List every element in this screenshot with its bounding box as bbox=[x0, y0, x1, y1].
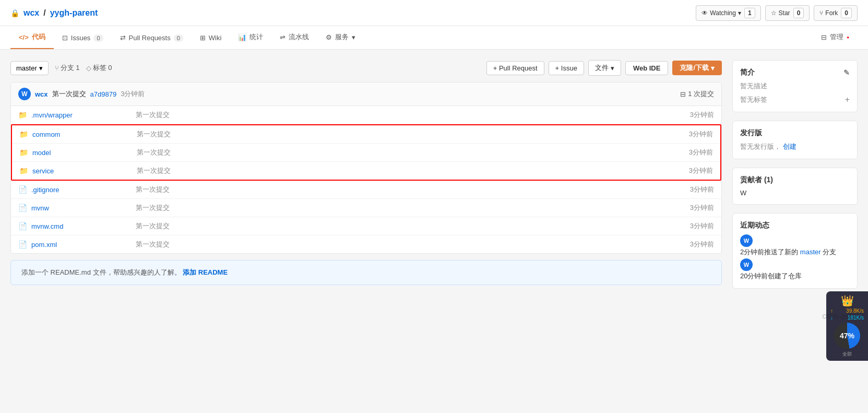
file-name[interactable]: mvnw.cmd bbox=[31, 222, 125, 230]
file-name[interactable]: model bbox=[32, 149, 126, 157]
tab-stats[interactable]: 📊 统计 bbox=[230, 26, 271, 49]
watch-button[interactable]: 👁 Watching ▾ 1 bbox=[696, 5, 760, 21]
file-time: 3分钟前 bbox=[671, 166, 713, 175]
meter-circle: 47% bbox=[834, 323, 860, 326]
meter-crown-icon: 👑 bbox=[830, 294, 864, 307]
commit-hash[interactable]: a7d9879 bbox=[90, 90, 117, 98]
meter-download-row: ↓ 181K/s bbox=[830, 315, 864, 321]
file-commit: 第一次提交 bbox=[125, 110, 672, 120]
branches-meta: ⑂ 分支 1 bbox=[55, 63, 80, 73]
services-dropdown-icon: ▾ bbox=[352, 33, 355, 41]
intro-title: 简介 ✎ bbox=[740, 68, 850, 77]
branch-selector[interactable]: master ▾ bbox=[10, 61, 49, 75]
file-button[interactable]: 文件 ▾ bbox=[588, 60, 621, 76]
star-button[interactable]: ☆ Star 0 bbox=[765, 5, 810, 21]
commit-author-avatar[interactable]: W bbox=[18, 88, 31, 100]
tab-pipeline[interactable]: ⇌ 流水线 bbox=[271, 26, 317, 49]
file-row: 📄 mvnw 第一次提交 3分钟前 bbox=[11, 199, 721, 217]
code-icon: </> bbox=[19, 33, 29, 41]
file-name[interactable]: commom bbox=[32, 131, 126, 138]
file-row: 📄 pom.xml 第一次提交 3分钟前 bbox=[11, 235, 721, 253]
edit-intro-icon[interactable]: ✎ bbox=[843, 68, 850, 77]
file-commit: 第一次提交 bbox=[125, 185, 672, 194]
releases-title: 发行版 bbox=[740, 128, 850, 138]
repo-sidebar: 简介 ✎ 暂无描述 暂无标签 + 发行版 暂无发行版， 创建 贡献者 (1) bbox=[732, 60, 858, 297]
pr-icon: ⇄ bbox=[120, 34, 126, 42]
folder-icon: 📁 bbox=[18, 111, 27, 119]
fork-button[interactable]: ⑂ Fork 0 bbox=[814, 5, 858, 21]
pull-request-button[interactable]: + Pull Request bbox=[486, 61, 544, 75]
contributor-avatar[interactable]: W bbox=[740, 189, 850, 197]
no-release-text: 暂无发行版， 创建 bbox=[740, 142, 850, 151]
repo-owner[interactable]: wcx bbox=[23, 8, 39, 18]
pr-badge: 0 bbox=[174, 34, 183, 42]
issue-button[interactable]: + Issue bbox=[549, 61, 584, 75]
commit-message: 第一次提交 bbox=[52, 89, 86, 99]
tab-code[interactable]: </> 代码 bbox=[10, 26, 54, 49]
create-release-link[interactable]: 创建 bbox=[783, 143, 796, 150]
issues-badge: 0 bbox=[93, 34, 103, 42]
commit-author[interactable]: wcx bbox=[35, 90, 48, 98]
add-tag-button[interactable]: + bbox=[845, 95, 850, 104]
repo-title: 🔒 wcx / yygh-parent bbox=[10, 8, 98, 18]
file-icon: 📄 bbox=[18, 240, 27, 249]
file-time: 3分钟前 bbox=[672, 203, 714, 213]
highlighted-file-group: 📁 commom 第一次提交 3分钟前 📁 model 第一次提交 3分钟前 📁… bbox=[11, 124, 721, 181]
fork-count: 0 bbox=[841, 8, 852, 18]
file-row: 📁 model 第一次提交 3分钟前 bbox=[12, 144, 720, 162]
tab-admin[interactable]: ⊟ 管理 ● bbox=[813, 26, 858, 49]
file-icon: 📄 bbox=[18, 185, 27, 194]
add-readme-link[interactable]: 添加 README bbox=[183, 268, 228, 276]
meter-upload-row: ↑ 39.8K/s bbox=[830, 308, 864, 314]
fork-icon: ⑂ bbox=[819, 9, 823, 17]
no-description: 暂无描述 bbox=[740, 81, 850, 91]
folder-icon: 📁 bbox=[19, 167, 28, 175]
watching-count: 1 bbox=[744, 8, 755, 18]
file-time: 3分钟前 bbox=[671, 129, 713, 139]
file-dropdown-icon: ▾ bbox=[611, 64, 614, 72]
tab-services[interactable]: ⚙ 服务 ▾ bbox=[317, 26, 364, 49]
clone-button[interactable]: 克隆/下载 ▾ bbox=[672, 61, 722, 75]
file-name[interactable]: .gitignore bbox=[31, 186, 125, 194]
lock-icon: 🔒 bbox=[10, 9, 19, 17]
commit-count-icon: ⊟ bbox=[680, 90, 686, 98]
file-time: 3分钟前 bbox=[672, 221, 714, 231]
tab-wiki[interactable]: ⊞ Wiki bbox=[192, 28, 230, 49]
branch-name: master bbox=[16, 64, 37, 72]
activity-text: 2分钟前推送了新的 master 分支 bbox=[740, 247, 850, 257]
tab-pull-requests[interactable]: ⇄ Pull Requests 0 bbox=[112, 28, 192, 49]
file-commit: 第一次提交 bbox=[125, 240, 672, 249]
toolbar-right: + Pull Request + Issue 文件 ▾ Web IDE 克隆/下… bbox=[486, 60, 722, 76]
branch-meta: ⑂ 分支 1 ◇ 标签 0 bbox=[53, 61, 114, 75]
file-name[interactable]: mvnw bbox=[31, 204, 125, 212]
file-commit: 第一次提交 bbox=[126, 129, 671, 139]
webide-button[interactable]: Web IDE bbox=[625, 61, 669, 75]
file-row: 📁 .mvn/wrapper 第一次提交 3分钟前 bbox=[11, 106, 721, 124]
clone-dropdown-icon: ▾ bbox=[711, 64, 715, 72]
top-bar-actions: 👁 Watching ▾ 1 ☆ Star 0 ⑂ Fork 0 bbox=[696, 5, 858, 21]
admin-icon: ⊟ bbox=[821, 33, 827, 41]
download-icon: ↓ bbox=[830, 315, 833, 321]
admin-dot: ● bbox=[847, 35, 849, 40]
stats-icon: 📊 bbox=[238, 33, 246, 41]
top-bar: 🔒 wcx / yygh-parent 👁 Watching ▾ 1 ☆ Sta… bbox=[0, 0, 868, 26]
chevron-icon: ▾ bbox=[738, 9, 741, 17]
branch-fork-icon: ⑂ bbox=[55, 64, 59, 72]
branch-dropdown-icon: ▾ bbox=[39, 64, 43, 72]
folder-icon: 📁 bbox=[19, 130, 28, 138]
file-row: 📄 .gitignore 第一次提交 3分钟前 bbox=[11, 181, 721, 199]
file-name[interactable]: .mvn/wrapper bbox=[31, 111, 125, 119]
file-name[interactable]: pom.xml bbox=[31, 241, 125, 249]
main-layout: master ▾ ⑂ 分支 1 ◇ 标签 0 + Pull Request + … bbox=[0, 50, 868, 308]
file-time: 3分钟前 bbox=[671, 148, 713, 157]
file-icon: 📄 bbox=[18, 222, 27, 230]
activity-avatar: W bbox=[740, 258, 753, 271]
pipeline-icon: ⇌ bbox=[280, 33, 286, 41]
repo-name[interactable]: yygh-parent bbox=[50, 8, 98, 18]
tab-issues[interactable]: ⊡ Issues 0 bbox=[54, 28, 112, 49]
file-name[interactable]: service bbox=[32, 167, 126, 175]
repo-main: master ▾ ⑂ 分支 1 ◇ 标签 0 + Pull Request + … bbox=[10, 60, 722, 297]
contributors-title: 贡献者 (1) bbox=[740, 175, 850, 185]
repo-toolbar: master ▾ ⑂ 分支 1 ◇ 标签 0 + Pull Request + … bbox=[10, 60, 722, 76]
upload-icon: ↑ bbox=[830, 308, 833, 314]
